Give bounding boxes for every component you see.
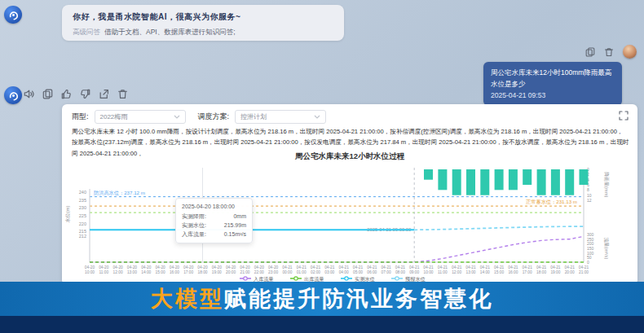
level-tick: 235 xyxy=(79,198,86,203)
x-tick: 04:00 xyxy=(339,270,349,274)
rain-tick: 8 xyxy=(587,187,589,192)
greeting-desc: 高级问答借助于文档、API、数据库表进行知识问答; xyxy=(73,28,333,37)
level-axis-label: 水位(m) xyxy=(65,206,70,223)
x-tick: 11:00 xyxy=(99,270,108,274)
x-tick: 04-21 xyxy=(565,265,576,269)
x-tick: 12:00 xyxy=(452,270,461,274)
flow-tick: 250 xyxy=(587,237,594,242)
rain-bar[interactable] xyxy=(452,169,461,195)
x-tick: 07:00 xyxy=(382,270,391,274)
flow-tick: 150 xyxy=(587,246,594,251)
x-tick: 14:00 xyxy=(480,270,490,274)
rain-bar[interactable] xyxy=(466,169,475,195)
rain-axis-label: 降雨量(mm) xyxy=(604,173,610,198)
bottom-banner: 大模型 赋能提升防汛业务智慧化 xyxy=(0,282,644,316)
level-tick: 225 xyxy=(79,213,86,218)
x-tick: 17:00 xyxy=(523,270,532,274)
rain-bar[interactable] xyxy=(551,169,560,195)
ref-line-label: 正常蓄水位：231.13 m xyxy=(526,199,577,204)
dislike-icon[interactable] xyxy=(79,88,91,100)
series-预报水位[interactable] xyxy=(414,226,584,230)
user-message-tools xyxy=(584,46,615,58)
sound-icon[interactable] xyxy=(23,88,35,100)
x-tick: 12:00 xyxy=(113,270,123,274)
rain-type-select[interactable]: 2022梅雨 xyxy=(95,110,186,124)
x-tick: 04-21 xyxy=(523,265,533,269)
x-tick: 18:00 xyxy=(197,270,207,274)
x-tick: 16:00 xyxy=(170,270,179,274)
x-tick: 04-20 xyxy=(240,265,250,269)
share-icon[interactable] xyxy=(98,88,110,100)
x-tick: 13:00 xyxy=(465,270,475,274)
user-message-bubble: 周公宅水库未来12小时100mm降雨最高水位是多少 2025-04-21 09:… xyxy=(483,62,622,106)
x-tick: 20:00 xyxy=(565,270,575,274)
rain-bar[interactable] xyxy=(438,169,447,190)
x-tick: 04-21 xyxy=(409,265,420,269)
flow-tick: 0 xyxy=(587,260,589,265)
x-tick: 23:00 xyxy=(268,270,278,274)
x-tick: 04-21 xyxy=(438,265,448,269)
x-tick: 04-20 xyxy=(112,265,123,269)
x-tick: 04-20 xyxy=(226,265,236,269)
x-tick: 04-21 xyxy=(339,265,350,269)
x-tick: 13:00 xyxy=(127,270,137,274)
x-tick: 04-21 xyxy=(579,265,589,269)
like-icon[interactable] xyxy=(60,88,73,100)
rain-bar[interactable] xyxy=(495,169,504,190)
x-tick: 18:00 xyxy=(536,270,546,274)
rain-bar[interactable] xyxy=(480,169,489,195)
ai-logo-icon xyxy=(8,10,19,20)
series-入库流量[interactable] xyxy=(90,236,584,262)
greeting-desc-text: 借助于文档、API、数据库表进行知识问答; xyxy=(104,28,236,36)
x-tick: 10:00 xyxy=(85,270,95,274)
rain-bar[interactable] xyxy=(537,169,546,195)
x-tick: 01:00 xyxy=(297,270,307,274)
flow-tick: 100 xyxy=(587,251,594,256)
delete-icon[interactable] xyxy=(117,88,129,100)
rain-bar[interactable] xyxy=(523,169,532,185)
level-tick: 212 xyxy=(79,234,86,239)
x-tick: 02:00 xyxy=(311,270,320,274)
rain-bar[interactable] xyxy=(509,169,518,190)
tooltip-time: 2025-04-20 18:00:00 xyxy=(182,203,246,212)
copy-icon[interactable] xyxy=(584,46,596,58)
copy-icon[interactable] xyxy=(42,88,54,100)
fullscreen-icon[interactable] xyxy=(618,110,629,121)
flow-tick: 200 xyxy=(587,241,594,246)
chart-tooltip: 2025-04-20 18:00:00 实测降雨:0mm实测水位:215.99m… xyxy=(175,198,253,243)
x-tick: 06:00 xyxy=(367,270,377,274)
rain-bar[interactable] xyxy=(565,169,574,195)
assistant-avatar xyxy=(4,6,22,24)
water-level-chart: 防洪高水位：237.12 m正常蓄水位：231.13 m212215220225… xyxy=(62,160,637,293)
level-tick: 240 xyxy=(79,190,86,195)
x-tick: 04-20 xyxy=(155,265,165,269)
x-tick: 04-21 xyxy=(381,265,391,269)
x-tick: 04-21 xyxy=(494,265,505,269)
flow-tick: 50 xyxy=(587,255,592,260)
greeting-tag: 高级问答 xyxy=(73,28,100,36)
x-tick: 04-21 xyxy=(536,265,547,269)
tooltip-rows: 实测降雨:0mm实测水位:215.99m入库流量:0.15m³/s xyxy=(182,213,246,239)
x-tick: 04-20 xyxy=(141,265,152,269)
x-tick: 05:00 xyxy=(353,270,363,274)
x-tick: 04-21 xyxy=(508,265,518,269)
ai-logo-icon xyxy=(8,90,19,101)
x-tick: 17:00 xyxy=(183,270,193,274)
x-tick: 21:00 xyxy=(240,270,249,274)
user-avatar xyxy=(623,45,637,59)
x-tick: 19:00 xyxy=(212,270,222,274)
x-tick: 04-21 xyxy=(297,265,307,269)
x-tick: 22:00 xyxy=(254,270,264,274)
x-tick: 04-20 xyxy=(268,265,279,269)
x-tick: 04-21 xyxy=(465,265,476,269)
x-tick: 19:00 xyxy=(550,270,560,274)
plan-select[interactable]: 控泄计划 xyxy=(235,110,326,124)
rain-bar[interactable] xyxy=(580,169,589,185)
rain-bar[interactable] xyxy=(424,169,433,180)
x-tick: 04-21 xyxy=(353,265,364,269)
rain-tick: 10 xyxy=(587,193,592,198)
x-tick: 04-21 xyxy=(550,265,561,269)
user-message-time: 2025-04-21 09:53 xyxy=(491,90,615,101)
delete-icon[interactable] xyxy=(602,46,615,58)
banner-title: 赋能提升防汛业务智慧化 xyxy=(224,284,493,313)
